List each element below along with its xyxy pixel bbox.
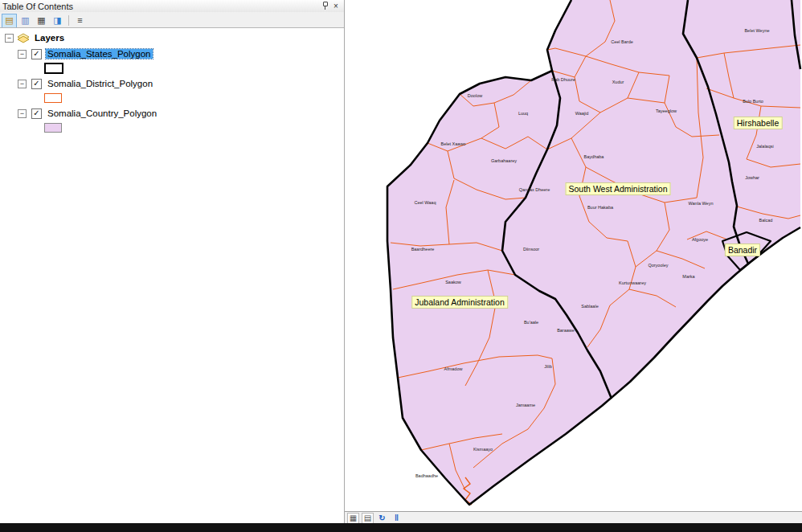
district-label: Jowhar: [745, 175, 759, 180]
district-label: Garbahaarey: [491, 158, 517, 163]
layer-checkbox-country[interactable]: ✓: [31, 108, 42, 119]
district-label: Saakow: [445, 280, 461, 284]
district-label: Rab Dhuure: [551, 77, 575, 82]
close-button[interactable]: ×: [330, 1, 342, 11]
district-label: Wanla Weyn: [689, 201, 714, 206]
district-label: Baardheere: [411, 247, 435, 252]
symbol-row-country: [0, 121, 344, 133]
state-label: Jubaland Administration: [411, 296, 508, 309]
pin-icon: [321, 2, 329, 10]
district-label: Bulo Burto: [743, 99, 763, 104]
district-label: Qansax Dheere: [519, 187, 550, 192]
district-label: Xudur: [612, 80, 624, 84]
district-label: Marka: [682, 274, 695, 279]
district-label: Qoryooley: [648, 263, 668, 268]
collapse-toggle[interactable]: −: [18, 80, 27, 88]
district-label: Luuq: [518, 111, 528, 116]
layer-checkbox-states[interactable]: ✓: [31, 49, 42, 59]
collapse-toggle[interactable]: −: [18, 50, 27, 59]
district-label: Kurtunwaarey: [619, 280, 646, 285]
district-label: Jalalaqsi: [756, 144, 773, 149]
district-label: Sablaale: [581, 304, 598, 309]
district-label: Diinsoor: [523, 247, 539, 252]
district-label: Ceel Waaq: [414, 200, 436, 205]
map-view[interactable]: Ceel BardeBelet WeyneRab DhuureXudurDool…: [345, 0, 802, 511]
country-symbol-patch[interactable]: [44, 123, 62, 133]
refresh-view-icon[interactable]: ↻: [376, 513, 388, 524]
district-label: Buur Hakaba: [587, 205, 614, 210]
toc-title: Table Of Contents: [2, 2, 319, 11]
list-by-visibility-icon[interactable]: ▦: [34, 14, 49, 28]
district-symbol-patch[interactable]: [44, 93, 62, 103]
layers-icon: [17, 33, 30, 43]
tree-root-row: − Layers: [0, 31, 344, 44]
data-view-icon[interactable]: ▦: [347, 513, 359, 524]
district-label: Waajid: [575, 111, 589, 116]
table-of-contents-panel: Table Of Contents × ▤ ▥ ▦ ◨ ≡ − Layers −…: [0, 0, 345, 523]
collapse-toggle[interactable]: −: [5, 34, 14, 43]
list-by-drawing-order-icon[interactable]: ▤: [2, 14, 17, 28]
state-label: Hirshabelle: [734, 117, 783, 129]
bottom-taskbar: [0, 523, 802, 532]
district-label: Balcad: [759, 218, 773, 223]
district-label: Badhaadhe: [415, 473, 438, 478]
symbol-row-district: [0, 92, 344, 104]
states-symbol-patch[interactable]: [44, 63, 63, 74]
toc-titlebar: Table Of Contents ×: [0, 0, 344, 12]
district-label: Afmadow: [444, 366, 463, 371]
list-by-source-icon[interactable]: ▥: [18, 14, 33, 28]
layer-row-states: − ✓ Somalia_States_Polygon: [0, 47, 344, 60]
district-label: Belet Weyne: [744, 28, 769, 33]
toc-toolbar: ▤ ▥ ▦ ◨ ≡: [0, 12, 344, 29]
district-label: Kismaayo: [473, 447, 493, 452]
pin-button[interactable]: [319, 1, 330, 11]
layer-label-country[interactable]: Somalia_Country_Polygon: [46, 108, 158, 118]
district-label: Tayeeglow: [656, 108, 677, 113]
symbol-row-states: [0, 62, 344, 74]
district-label: Doolow: [468, 93, 482, 98]
layer-label-district[interactable]: Somalia_District_Polygon: [46, 79, 154, 88]
layer-checkbox-district[interactable]: ✓: [31, 79, 42, 89]
toolbar-separator: [68, 15, 69, 26]
map-statusbar: ▦ ▤ ↻ ‖: [345, 511, 802, 524]
layout-view-icon[interactable]: ▤: [362, 513, 374, 524]
layer-row-country: − ✓ Somalia_Country_Polygon: [0, 107, 344, 120]
district-label: Baydhaba: [584, 154, 605, 159]
collapse-toggle[interactable]: −: [18, 109, 27, 118]
layer-row-district: − ✓ Somalia_District_Polygon: [0, 77, 344, 90]
layer-label-states[interactable]: Somalia_States_Polygon: [46, 49, 153, 59]
pause-drawing-icon[interactable]: ‖: [391, 513, 403, 524]
district-label: Jilib: [544, 364, 551, 369]
district-label: Baraawe: [557, 328, 575, 333]
list-by-selection-icon[interactable]: ◨: [50, 14, 65, 28]
district-label: Belet Xaawo: [441, 141, 466, 146]
district-label: Ceel Barde: [611, 39, 633, 44]
layers-root-label[interactable]: Layers: [33, 33, 66, 43]
toc-tree: − Layers − ✓ Somalia_States_Polygon − ✓ …: [0, 27, 344, 524]
state-label: South West Administration: [566, 182, 671, 195]
state-label: Banadir: [725, 243, 760, 256]
toc-options-icon[interactable]: ≡: [72, 14, 88, 28]
district-label: Afgooye: [692, 237, 708, 242]
district-label: Jamaame: [516, 403, 535, 407]
district-label: Bu'aale: [524, 320, 538, 325]
